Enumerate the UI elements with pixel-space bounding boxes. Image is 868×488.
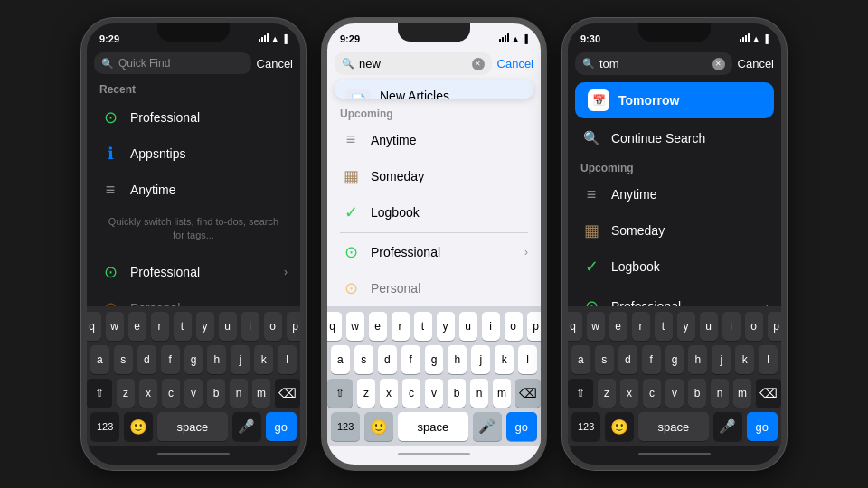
r-key-t[interactable]: t: [655, 312, 673, 341]
key-s[interactable]: s: [114, 345, 133, 374]
m-key-o[interactable]: o: [505, 312, 523, 341]
r-key-n[interactable]: n: [711, 379, 729, 408]
r-key-g[interactable]: g: [665, 345, 684, 374]
key-p[interactable]: p: [287, 312, 305, 341]
logbook-item-middle[interactable]: ✓ Logbook: [327, 194, 541, 230]
r-key-o[interactable]: o: [745, 312, 763, 341]
key-m[interactable]: m: [252, 379, 270, 408]
r-key-l[interactable]: l: [759, 345, 778, 374]
key-x[interactable]: x: [139, 379, 157, 408]
key-delete-left[interactable]: ⌫: [275, 379, 300, 408]
m-key-123[interactable]: 123: [331, 412, 360, 441]
keyboard-left[interactable]: q w e r t y u i o p a s d f g h j k l ⇧ …: [87, 306, 300, 446]
search-input-wrap-left[interactable]: 🔍 Quick Find: [94, 52, 251, 74]
key-emoji-left[interactable]: 🙂: [124, 412, 153, 441]
m-key-m[interactable]: m: [493, 379, 511, 408]
m-key-n[interactable]: n: [470, 379, 488, 408]
bottom-personal-left[interactable]: ⊙ Personal: [87, 290, 300, 306]
r-key-shift[interactable]: ⇧: [568, 379, 593, 408]
r-key-r[interactable]: r: [632, 312, 650, 341]
tomorrow-item-right[interactable]: 📅 Tomorrow: [575, 82, 774, 118]
key-a[interactable]: a: [90, 345, 109, 374]
list-item-appsntips-left[interactable]: ℹ Appsntips: [87, 136, 300, 172]
m-key-y[interactable]: y: [437, 312, 455, 341]
r-key-delete[interactable]: ⌫: [756, 379, 781, 408]
r-key-go[interactable]: go: [747, 412, 778, 441]
suggestion-new-articles[interactable]: 📄 New Articles Appsntips: [335, 80, 533, 99]
m-key-c[interactable]: c: [402, 379, 420, 408]
m-key-f[interactable]: f: [401, 345, 420, 374]
r-key-s[interactable]: s: [595, 345, 614, 374]
keyboard-right[interactable]: q w e r t y u i o p a s d f g h j k l ⇧ …: [568, 306, 781, 446]
m-key-z[interactable]: z: [357, 379, 375, 408]
search-input-wrap-right[interactable]: 🔍 tom ✕: [575, 52, 732, 75]
cancel-btn-left[interactable]: Cancel: [257, 57, 293, 70]
m-key-v[interactable]: v: [425, 379, 443, 408]
m-key-e[interactable]: e: [369, 312, 387, 341]
r-key-e[interactable]: e: [609, 312, 627, 341]
m-key-i[interactable]: i: [482, 312, 500, 341]
list-item-anytime-left[interactable]: ≡ Anytime: [87, 172, 300, 208]
r-key-b[interactable]: b: [688, 379, 706, 408]
professional-item-middle[interactable]: ⊙ Professional ›: [327, 234, 541, 270]
key-q[interactable]: q: [83, 312, 101, 341]
anytime-item-middle[interactable]: ≡ Anytime: [327, 122, 541, 158]
key-f[interactable]: f: [161, 345, 180, 374]
r-key-x[interactable]: x: [620, 379, 638, 408]
key-c[interactable]: c: [162, 379, 180, 408]
search-input-wrap-middle[interactable]: 🔍 new ✕: [335, 52, 492, 75]
r-key-z[interactable]: z: [598, 379, 616, 408]
anytime-item-right[interactable]: ≡ Anytime: [568, 176, 781, 212]
key-b[interactable]: b: [207, 379, 225, 408]
key-n[interactable]: n: [230, 379, 248, 408]
key-z[interactable]: z: [117, 379, 135, 408]
r-key-p[interactable]: p: [768, 312, 786, 341]
m-key-r[interactable]: r: [392, 312, 410, 341]
m-key-p[interactable]: p: [527, 312, 545, 341]
m-key-go[interactable]: go: [506, 412, 537, 441]
m-key-u[interactable]: u: [459, 312, 477, 341]
m-key-l[interactable]: l: [518, 345, 537, 374]
key-u[interactable]: u: [219, 312, 237, 341]
r-key-i[interactable]: i: [722, 312, 741, 341]
key-shift-left[interactable]: ⇧: [87, 379, 112, 408]
m-key-b[interactable]: b: [448, 379, 466, 408]
r-key-h[interactable]: h: [688, 345, 707, 374]
r-key-c[interactable]: c: [643, 379, 661, 408]
r-key-m[interactable]: m: [733, 379, 751, 408]
r-key-123[interactable]: 123: [571, 412, 600, 441]
key-h[interactable]: h: [207, 345, 226, 374]
list-item-professional-left[interactable]: ⊙ Professional: [87, 99, 300, 136]
key-o[interactable]: o: [264, 312, 282, 341]
someday-item-middle[interactable]: ▦ Someday: [327, 158, 541, 194]
key-go-left[interactable]: go: [266, 412, 297, 441]
key-j[interactable]: j: [231, 345, 250, 374]
cancel-btn-right[interactable]: Cancel: [738, 57, 774, 70]
r-key-d[interactable]: d: [618, 345, 637, 374]
r-key-j[interactable]: j: [712, 345, 731, 374]
cancel-btn-middle[interactable]: Cancel: [497, 57, 533, 70]
key-k[interactable]: k: [254, 345, 273, 374]
key-e[interactable]: e: [128, 312, 146, 341]
r-key-y[interactable]: y: [677, 312, 695, 341]
m-key-h[interactable]: h: [448, 345, 467, 374]
search-bar-left[interactable]: 🔍 Quick Find Cancel: [94, 52, 293, 74]
key-l[interactable]: l: [278, 345, 297, 374]
key-y[interactable]: y: [196, 312, 214, 341]
key-mic-left[interactable]: 🎤: [232, 412, 261, 441]
search-bar-right[interactable]: 🔍 tom ✕ Cancel: [575, 52, 774, 75]
m-key-delete[interactable]: ⌫: [515, 379, 541, 408]
m-key-d[interactable]: d: [378, 345, 397, 374]
r-key-mic[interactable]: 🎤: [713, 412, 742, 441]
continue-search-right[interactable]: 🔍 Continue Search: [568, 120, 781, 156]
m-key-j[interactable]: j: [471, 345, 490, 374]
key-v[interactable]: v: [184, 379, 203, 408]
key-r[interactable]: r: [151, 312, 169, 341]
key-t[interactable]: t: [174, 312, 192, 341]
m-key-x[interactable]: x: [380, 379, 398, 408]
search-value-right[interactable]: tom: [599, 57, 708, 70]
m-key-t[interactable]: t: [414, 312, 432, 341]
m-key-s[interactable]: s: [354, 345, 373, 374]
key-i[interactable]: i: [241, 312, 259, 341]
m-key-g[interactable]: g: [425, 345, 444, 374]
